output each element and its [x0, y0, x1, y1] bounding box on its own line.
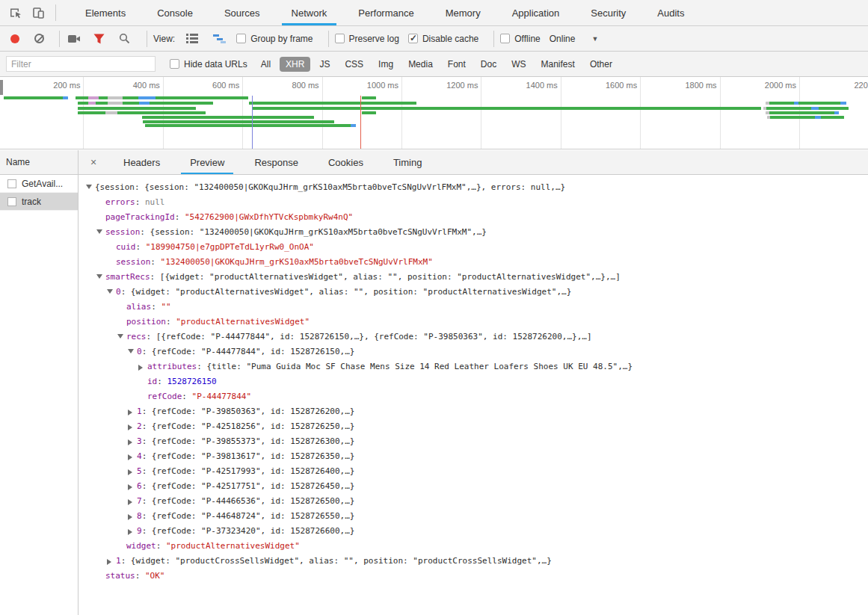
detail-tab-response[interactable]: Response [245, 150, 307, 174]
expand-arrow-right-icon[interactable] [128, 454, 132, 460]
expand-arrow-down-icon[interactable] [86, 185, 92, 189]
tree-line[interactable]: 7: {refCode: "P-44466536", id: 152872650… [79, 494, 868, 509]
tab-security[interactable]: Security [581, 0, 635, 25]
preserve-log-checkbox[interactable] [335, 34, 345, 43]
tree-line[interactable]: alias: "" [79, 300, 868, 315]
filter-input[interactable] [6, 56, 156, 72]
tree-line[interactable]: 0: {widget: "productAlternativesWidget",… [79, 285, 868, 300]
hide-data-urls-checkbox[interactable] [170, 59, 179, 69]
filter-type-doc[interactable]: Doc [475, 57, 502, 72]
detail-tab-headers[interactable]: Headers [114, 150, 169, 174]
expand-arrow-down-icon[interactable] [128, 349, 134, 353]
tab-console[interactable]: Console [147, 0, 203, 25]
tree-line[interactable]: 0: {refCode: "P-44477844", id: 152872615… [79, 344, 868, 359]
expand-arrow-right-icon[interactable] [128, 469, 132, 475]
expand-arrow-right-icon[interactable] [128, 439, 132, 445]
tree-line[interactable]: 3: {refCode: "P-39855373", id: 152872630… [79, 434, 868, 449]
expand-arrow-down-icon[interactable] [107, 289, 113, 294]
tree-segment-key: refCode [147, 392, 182, 401]
filter-type-xhr[interactable]: XHR [280, 57, 310, 72]
tree-line[interactable]: recs: [{refCode: "P-44477844", id: 15287… [79, 330, 868, 344]
offline-label[interactable]: Offline [514, 34, 540, 44]
tree-line[interactable]: pageTrackingId: "542762900|GWxDfhYTVcKsp… [79, 210, 868, 225]
record-button[interactable] [10, 34, 19, 43]
tab-memory[interactable]: Memory [436, 0, 490, 25]
inspect-element-icon[interactable] [4, 7, 27, 19]
tab-elements[interactable]: Elements [76, 0, 135, 25]
expand-arrow-right-icon[interactable] [128, 484, 132, 490]
tab-network[interactable]: Network [282, 0, 337, 25]
tree-line[interactable]: 6: {refCode: "P-42517751", id: 152872645… [79, 479, 868, 494]
tree-line[interactable]: errors: null [79, 195, 868, 210]
tree-line[interactable]: {session: {session: "132400050|GKOKquJHr… [79, 180, 868, 195]
close-icon[interactable]: × [79, 150, 108, 174]
tree-line[interactable]: status: "OK" [79, 569, 868, 584]
expand-arrow-down-icon[interactable] [96, 274, 102, 279]
tab-audits[interactable]: Audits [647, 0, 694, 25]
timeline-overview[interactable]: 200 ms400 ms600 ms800 ms1000 ms1200 ms14… [0, 77, 868, 149]
expand-arrow-down-icon[interactable] [117, 334, 123, 339]
filter-type-css[interactable]: CSS [339, 57, 369, 72]
tree-line[interactable]: 9: {refCode: "P-37323420", id: 152872660… [79, 524, 868, 539]
group-by-frame-label[interactable]: Group by frame [250, 34, 313, 44]
tree-line[interactable]: session: {session: "132400050|GKOKquJHrm… [79, 225, 868, 240]
filter-type-media[interactable]: Media [402, 57, 439, 72]
search-icon[interactable] [115, 33, 133, 44]
expand-arrow-right-icon[interactable] [107, 559, 111, 565]
detail-tab-timing[interactable]: Timing [384, 150, 431, 174]
tree-segment-str: "132400050|GKOKquJHrm_grKS10axM5brta0bve… [161, 257, 433, 267]
hide-data-urls-label[interactable]: Hide data URLs [184, 59, 247, 69]
divider [493, 31, 494, 47]
request-row-getavail[interactable]: GetAvail... [0, 175, 78, 193]
tree-line[interactable]: 1: {refCode: "P-39850363", id: 152872620… [79, 404, 868, 419]
tab-performance[interactable]: Performance [348, 0, 423, 25]
expand-arrow-right-icon[interactable] [128, 529, 132, 535]
filter-type-ws[interactable]: WS [505, 57, 532, 72]
tree-line[interactable]: 4: {refCode: "P-39813617", id: 152872635… [79, 449, 868, 464]
preserve-log-label[interactable]: Preserve log [349, 34, 399, 44]
name-column-header[interactable]: Name [0, 150, 78, 175]
overview-grip[interactable] [0, 80, 3, 95]
tree-line[interactable]: attributes: {title: "Puma Guida Moc SF C… [79, 359, 868, 374]
tree-line[interactable]: 8: {refCode: "P-44648724", id: 152872655… [79, 509, 868, 524]
device-toolbar-icon[interactable] [27, 7, 49, 19]
offline-checkbox[interactable] [500, 34, 510, 43]
filter-type-all[interactable]: All [255, 57, 277, 72]
filter-type-other[interactable]: Other [584, 57, 618, 72]
tab-application[interactable]: Application [502, 0, 570, 25]
detail-tab-cookies[interactable]: Cookies [319, 150, 372, 174]
expand-arrow-right-icon[interactable] [138, 365, 143, 371]
capture-screenshots-icon[interactable] [66, 34, 82, 44]
clear-icon[interactable] [34, 34, 44, 43]
tree-line[interactable]: refCode: "P-44477844" [79, 389, 868, 404]
expand-arrow-right-icon[interactable] [128, 410, 132, 415]
disable-cache-label[interactable]: Disable cache [422, 34, 478, 44]
expand-arrow-down-icon[interactable] [96, 229, 102, 234]
tree-line[interactable]: 1: {widget: "productCrossSellsWidget", a… [79, 554, 868, 569]
tree-line[interactable]: position: "productAlternativesWidget" [79, 315, 868, 330]
expand-arrow-right-icon[interactable] [128, 424, 132, 430]
tree-line[interactable]: cuid: "189904750|e7gpDPTeTdL1yrRw0_OnOA" [79, 240, 868, 255]
expand-arrow-right-icon[interactable] [128, 499, 132, 505]
filter-type-manifest[interactable]: Manifest [535, 57, 581, 72]
show-overview-icon[interactable] [209, 34, 229, 43]
request-row-track[interactable]: track [0, 193, 78, 211]
tree-line[interactable]: smartRecs: [{widget: "productAlternative… [79, 270, 868, 285]
tree-line[interactable]: widget: "productAlternativesWidget" [79, 539, 868, 554]
group-by-frame-checkbox[interactable] [236, 34, 246, 43]
disable-cache-checkbox[interactable] [408, 34, 418, 43]
throttling-value[interactable]: Online [550, 34, 576, 44]
tree-line[interactable]: 2: {refCode: "P-42518256", id: 152872625… [79, 419, 868, 434]
throttling-dropdown-arrow[interactable]: ▼ [591, 35, 598, 43]
filter-funnel-icon[interactable] [90, 34, 108, 44]
tree-line[interactable]: 5: {refCode: "P-42517993", id: 152872640… [79, 464, 868, 479]
detail-tab-preview[interactable]: Preview [181, 150, 233, 174]
tab-sources[interactable]: Sources [215, 0, 270, 25]
tree-line[interactable]: id: 1528726150 [79, 374, 868, 389]
use-large-rows-icon[interactable] [182, 34, 202, 43]
expand-arrow-right-icon[interactable] [128, 514, 132, 520]
filter-type-font[interactable]: Font [442, 57, 472, 72]
tree-line[interactable]: session: "132400050|GKOKquJHrm_grKS10axM… [79, 255, 868, 270]
filter-type-js[interactable]: JS [313, 57, 336, 72]
filter-type-img[interactable]: Img [372, 57, 399, 72]
